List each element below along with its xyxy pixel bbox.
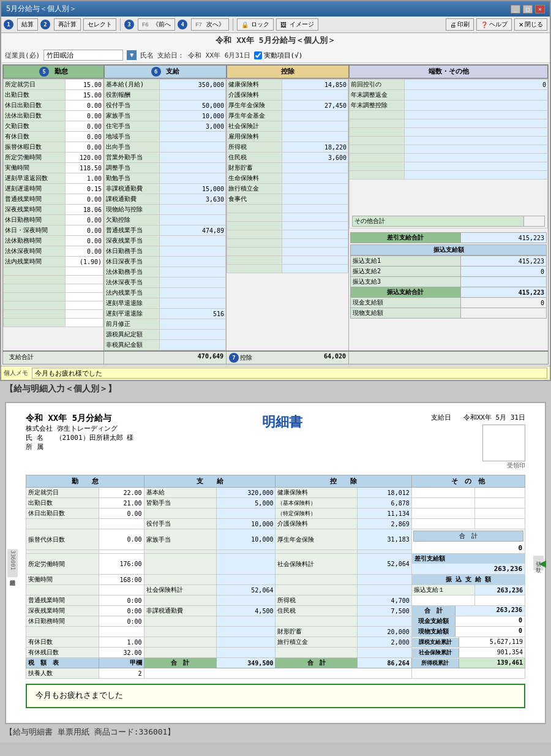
table-row: [350, 154, 548, 162]
table-row: 実働時間118.50: [4, 163, 103, 173]
table-row: 年末調整控除: [350, 100, 548, 111]
gokei-cell: 合 計: [413, 531, 523, 542]
help-btn[interactable]: ❓ ヘルプ: [476, 18, 512, 31]
ruikei2-label: 社会保険累計: [412, 648, 460, 657]
slip-meisaisho: 明細書: [262, 413, 302, 431]
table-row: 社会保険計: [227, 121, 348, 132]
table-row: 役付手当 10,000 介護保険料 2,869: [26, 519, 525, 529]
table-row: 住宅手当3,000: [105, 121, 226, 132]
table-row: 家族手当10,000: [105, 111, 226, 121]
badge-3: 3: [124, 20, 134, 29]
close-btn[interactable]: ✕: [535, 5, 545, 13]
table-row: [350, 145, 548, 154]
table-row: 法休深夜手当: [105, 278, 226, 288]
table-row: 有休日数0.00: [4, 132, 103, 142]
ruikei1-label: 課税支給累計: [412, 638, 460, 647]
slip-preview: 336001 給与明細書用紙 切り取り ◀ 令和 XX年 5月分給与 株式会社 …: [5, 402, 546, 724]
memo-input[interactable]: [32, 368, 547, 379]
sonota-col-header: そ の 他: [411, 475, 525, 488]
ruikei2-row: 社会保険累計 901,354: [412, 648, 525, 657]
koujyo-total-row: 7控除 64,020: [227, 352, 349, 364]
saikalsan-btn[interactable]: 再計算: [54, 18, 81, 31]
slip-date-stamp: 支給日 令和XX年 5月 31日 受領印: [431, 413, 525, 470]
main-data-area: 5 勤怠 6 支給 控除 端数・その他 所定就労: [2, 64, 549, 365]
slip-memo-box: 今月もお疲れさまでした: [26, 684, 525, 708]
select-btn[interactable]: セレクト: [83, 18, 116, 31]
table-row: 所定就労日 22.00 基本給 320,000 健康保険料 18,012: [26, 488, 525, 498]
jitsudo-checkbox[interactable]: [254, 51, 262, 59]
prev-btn[interactable]: F6 《前へ: [138, 18, 175, 31]
toolbar: 1 結算 2 再計算 セレクト 3 F6 《前へ 4 F7 次へ》 🔒 ロック …: [1, 17, 550, 33]
badge-5: 5: [39, 67, 49, 77]
sonota-summary: その他合計: [352, 216, 545, 227]
gokei-furikomi-val: 263,236: [455, 606, 525, 616]
gokei-furikomi-label: 合 計: [412, 606, 456, 616]
next-btn[interactable]: F7 次へ》: [191, 18, 228, 31]
minimize-btn[interactable]: _: [511, 5, 520, 13]
data-columns: 5 勤怠 6 支給 控除 端数・その他 所定就労: [3, 65, 548, 364]
koujyo-col-header: 控 除: [276, 475, 411, 488]
sonota-header: 端数・その他: [349, 65, 548, 78]
table-row: 休日深夜手当: [105, 257, 226, 267]
date-value: 令和 XX年 6月31日: [188, 51, 250, 60]
table-row: その他合計: [353, 216, 545, 227]
dropdown-arrow[interactable]: ▼: [127, 50, 137, 60]
slip-name-label: 氏 名: [26, 434, 43, 442]
employee-label: 従業員(必): [5, 51, 40, 60]
window-controls: _ □ ✕: [511, 5, 545, 13]
summary-area: 差引支給合計 415,223 振込支給額 振込支給1 415,223 振込支: [349, 229, 548, 320]
green-arrow: ◀: [539, 556, 546, 570]
close-window-btn[interactable]: ✕ 閉じる: [514, 18, 547, 31]
table-row: [350, 119, 548, 128]
employee-input[interactable]: [43, 50, 123, 61]
table-row: [227, 205, 348, 213]
totals-row: 支給合計 470,649 7控除 64,020: [3, 350, 548, 364]
header-title: 令和 XX年 5月分給与＜個人別＞: [1, 33, 550, 48]
furikomi-header: 振込支給額: [350, 244, 547, 255]
checkbox-label[interactable]: 実動項目(√): [254, 51, 303, 60]
sashihiki-table: 差引支給合計 415,223: [350, 232, 547, 243]
table-row: 振込支給1 415,223: [351, 256, 547, 266]
genbutsu-val: 0: [455, 627, 525, 637]
shikyu-table: 基本給(月給)350,000 役割報酬 役付手当50,000 家族手当10,00…: [104, 79, 226, 350]
table-row: 有休日数 1.00 旅行積立金 2,000 課税支給累計 5,627,119: [26, 637, 525, 648]
furikomi-table: 振込支給1 415,223 振込支給2 0 振込支給3: [350, 255, 547, 319]
slip-date: 支給日 令和XX年 5月 31日: [431, 413, 525, 422]
table-row: 普通残業時間 0:00 所得税 4,700: [26, 595, 525, 606]
table-row: 地域手当: [105, 132, 226, 142]
sep2: [233, 18, 233, 31]
table-row: [227, 248, 348, 256]
slip-title-block: 令和 XX年 5月分給与 株式会社 弥生トレーディング 氏 名 （21001）田…: [26, 413, 133, 452]
genkin-val: 0: [455, 616, 525, 626]
table-row: [227, 239, 348, 248]
kinmu-total: 支給合計: [3, 352, 104, 364]
maximize-btn[interactable]: □: [523, 5, 533, 13]
section-label-1: 【給与明細入力＜個人別＞】: [0, 381, 551, 397]
table-row: 社会保険料計 52,064 振込支給１ 263,236: [26, 585, 525, 595]
table-row: 勤勉手当: [105, 173, 226, 184]
table-row: 所定労働時間120.00: [4, 153, 103, 163]
ruikei1-val: 5,627,119: [459, 638, 525, 647]
genbutsu-label: 現物支給額: [412, 627, 456, 637]
genkin-row: 現金支給額 0: [412, 616, 525, 626]
slip-name: 氏 名 （21001）田所耕太郎 様: [26, 433, 133, 442]
table-row: [350, 162, 548, 171]
image-btn[interactable]: 🖼 イメージ: [276, 18, 318, 31]
lock-btn[interactable]: 🔒 ロック: [237, 18, 274, 31]
table-row: 非課税通勤費15,000: [105, 184, 226, 194]
badge-4: 4: [178, 20, 187, 29]
table-row: 法内残業手当: [105, 288, 226, 298]
table-row: 厚生年金基金: [227, 111, 348, 121]
table-row: 厚生年金保険27,450: [227, 100, 348, 111]
kessou-btn[interactable]: 結算: [17, 18, 38, 31]
slip-dept: 所 属: [26, 442, 133, 452]
shikyu-header: 6 支給: [104, 65, 227, 78]
shikyu-col-header: 支 給: [144, 475, 276, 488]
table-row: [4, 293, 103, 301]
table-row: 休日勤務時間 0:00 現金支給額 0: [26, 616, 525, 627]
table-row: 雇用保険料: [227, 132, 348, 142]
table-row: 役付手当50,000: [105, 100, 226, 111]
print-btn[interactable]: 🖨 印刷: [446, 18, 474, 31]
table-row: 所得税18,220: [227, 142, 348, 153]
kinmu-header: 5 勤怠: [3, 65, 104, 78]
